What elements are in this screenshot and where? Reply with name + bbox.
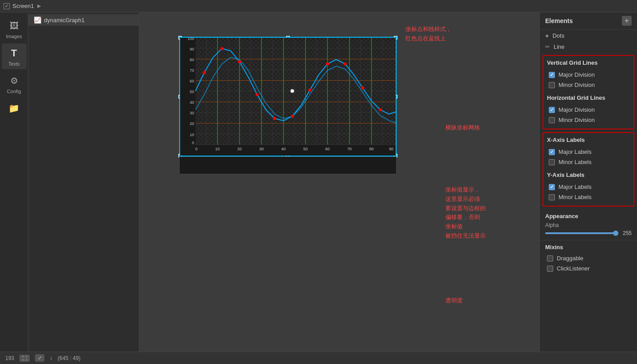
dots-label: Dots <box>552 32 564 39</box>
alpha-slider-fill <box>545 232 616 234</box>
svg-point-40 <box>343 63 346 66</box>
yaxis-major-row[interactable]: Major Labels <box>547 182 630 192</box>
xaxis-minor-row[interactable]: Minor Labels <box>547 157 630 167</box>
file-tree-item-label: dynamicGraph1 <box>44 17 85 23</box>
alpha-label: Alpha <box>545 222 632 228</box>
svg-text:0: 0 <box>192 141 194 145</box>
svg-point-43 <box>291 89 294 93</box>
svg-text:90: 90 <box>389 147 393 151</box>
svg-point-38 <box>308 89 311 92</box>
svg-point-37 <box>291 115 294 118</box>
xaxis-minor-checkbox[interactable] <box>549 159 555 165</box>
main-layout: 🖼 Images T Texts ⚙ Config 📁 📈 dynamicGra… <box>0 12 637 352</box>
svg-point-42 <box>379 108 382 111</box>
sidebar-item-texts[interactable]: T Texts <box>2 43 27 69</box>
element-row-dots[interactable]: ● Dots <box>540 30 637 41</box>
annotation-grid: 横纵坐标网格 <box>445 123 480 133</box>
status-position: 193 <box>5 355 14 361</box>
annotation-transparency: 透明度 <box>445 296 463 305</box>
vertical-grid-title: Vertical Grid Lines <box>547 59 630 66</box>
appearance-title: Appearance <box>545 213 632 219</box>
draggable-label: Draggable <box>557 255 583 262</box>
mixins-title: Mixins <box>545 244 632 250</box>
elements-header: Elements + <box>540 12 637 30</box>
sidebar-item-label-config: Config <box>7 89 21 94</box>
svg-text:100: 100 <box>188 38 194 41</box>
element-row-line[interactable]: ✏ Line <box>540 41 637 52</box>
horizontal-minor-row[interactable]: Minor Division <box>547 115 630 125</box>
draggable-row[interactable]: Draggable <box>545 253 632 263</box>
svg-text:40: 40 <box>281 147 286 151</box>
svg-text:10: 10 <box>215 147 220 151</box>
sidebar-item-label-images: Images <box>6 34 22 39</box>
svg-text:50: 50 <box>190 90 194 94</box>
horizontal-major-label: Major Division <box>558 106 595 113</box>
click-listener-checkbox[interactable] <box>547 266 553 272</box>
vertical-major-row[interactable]: Major Division <box>547 70 630 80</box>
vertical-minor-checkbox[interactable] <box>549 82 555 88</box>
svg-point-34 <box>238 60 241 63</box>
svg-point-36 <box>273 117 276 120</box>
yaxis-minor-checkbox[interactable] <box>549 194 555 200</box>
alpha-slider[interactable] <box>545 232 616 234</box>
status-size: (645 : 49) <box>58 355 80 361</box>
vertical-minor-row[interactable]: Minor Division <box>547 80 630 90</box>
sidebar-item-files[interactable]: 📁 <box>2 98 27 118</box>
horizontal-grid-title: Horizontal Grid Lines <box>547 94 630 101</box>
screen-label: Screen1 <box>12 3 34 9</box>
vertical-major-checkbox[interactable] <box>549 72 555 78</box>
graph-container[interactable]: 100 90 80 70 60 50 40 30 20 10 0 <box>179 37 397 157</box>
alpha-knob[interactable] <box>613 231 618 236</box>
svg-text:10: 10 <box>190 133 194 137</box>
svg-text:50: 50 <box>303 147 308 151</box>
yaxis-major-label: Major Labels <box>558 184 591 190</box>
status-fullscreen-btn[interactable]: ⛶ <box>20 355 30 362</box>
yaxis-major-checkbox[interactable] <box>549 184 555 190</box>
horizontal-minor-checkbox[interactable] <box>549 117 555 123</box>
vertical-minor-label: Minor Division <box>558 82 595 88</box>
sidebar-item-config[interactable]: ⚙ Config <box>2 71 27 97</box>
appearance-section: Appearance Alpha 255 <box>540 209 637 240</box>
draggable-checkbox[interactable] <box>547 255 553 262</box>
svg-point-35 <box>256 93 259 96</box>
yaxis-minor-row[interactable]: Minor Labels <box>547 192 630 202</box>
svg-text:60: 60 <box>325 147 330 151</box>
svg-text:0: 0 <box>195 147 197 151</box>
click-listener-row[interactable]: ClickListener <box>545 263 632 274</box>
vertical-grid-section: Vertical Grid Lines Major Division Minor… <box>543 55 634 129</box>
elements-title: Elements <box>545 17 573 24</box>
status-resize-btn[interactable]: ⤢ <box>35 354 44 362</box>
canvas-area: 坐标点和线样式， 红色点在蓝线上 横纵坐标网格 坐标值显示， 这里显示必须 要设… <box>139 12 539 352</box>
svg-point-41 <box>361 86 364 90</box>
screen-arrow: ▶ <box>37 3 41 9</box>
svg-point-32 <box>203 71 206 74</box>
status-size-label: ↕ <box>50 355 52 361</box>
add-element-button[interactable]: + <box>622 16 632 26</box>
sidebar-item-label-texts: Texts <box>8 61 20 67</box>
screen-checkbox[interactable]: ✓ <box>4 3 10 9</box>
xaxis-major-checkbox[interactable] <box>549 149 555 155</box>
line-icon: ✏ <box>545 43 550 50</box>
dots-icon: ● <box>545 32 549 39</box>
xaxis-title: X-Axis Labels <box>547 137 630 143</box>
vertical-major-label: Major Division <box>558 71 595 78</box>
file-tree: 📈 dynamicGraph1 <box>28 12 139 352</box>
annotation-line-style: 坐标点和线样式， 红色点在蓝线上 <box>405 25 452 43</box>
axis-labels-section: X-Axis Labels Major Labels Minor Labels … <box>543 132 634 207</box>
svg-rect-4 <box>180 38 396 156</box>
horizontal-major-checkbox[interactable] <box>549 107 555 113</box>
file-tree-item-dynamic-graph[interactable]: 📈 dynamicGraph1 <box>28 14 139 26</box>
sidebar-item-images[interactable]: 🖼 Images <box>2 16 27 42</box>
top-bar: ✓ Screen1 ▶ <box>0 0 637 12</box>
svg-text:20: 20 <box>237 147 242 151</box>
horizontal-major-row[interactable]: Major Division <box>547 105 630 115</box>
alpha-value: 255 <box>619 230 632 236</box>
svg-point-39 <box>326 63 329 66</box>
graph-bottom-strip <box>179 157 397 174</box>
svg-text:30: 30 <box>190 111 194 115</box>
graph-canvas: 100 90 80 70 60 50 40 30 20 10 0 <box>180 38 396 156</box>
svg-rect-56 <box>180 145 396 156</box>
xaxis-major-row[interactable]: Major Labels <box>547 147 630 157</box>
svg-text:70: 70 <box>190 68 194 73</box>
right-panel: Elements + ● Dots ✏ Line Vertical Grid L… <box>539 12 637 352</box>
